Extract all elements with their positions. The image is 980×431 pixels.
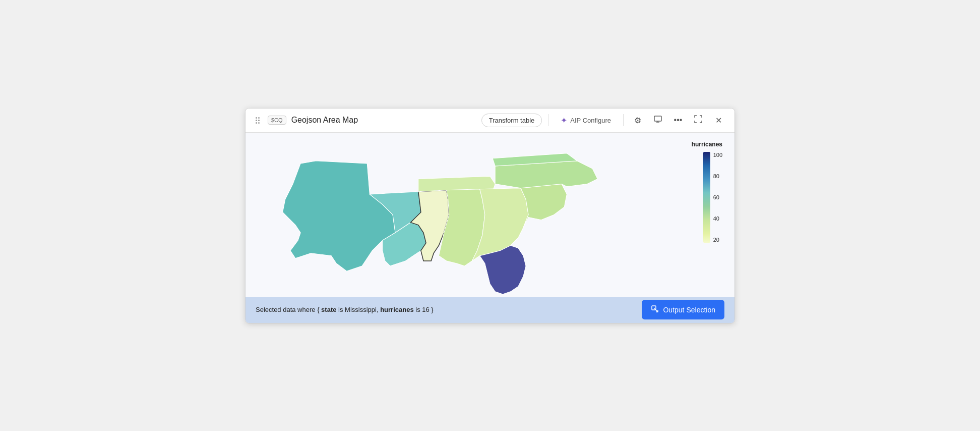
- output-selection-button[interactable]: Output Selection: [642, 300, 724, 319]
- close-icon: ✕: [715, 116, 722, 125]
- map-area[interactable]: hurricanes 100 80 60 40 20: [246, 133, 734, 297]
- legend-label-100: 100: [713, 152, 722, 158]
- expand-icon: [694, 115, 702, 125]
- legend: hurricanes 100 80 60 40 20: [692, 141, 722, 243]
- legend-label-80: 80: [713, 173, 722, 179]
- settings-icon: ⚙: [634, 116, 641, 125]
- aip-configure-button[interactable]: ✦ AIP Configure: [555, 113, 617, 128]
- output-selection-label: Output Selection: [663, 306, 715, 314]
- legend-label-20: 20: [713, 237, 722, 243]
- settings-button[interactable]: ⚙: [630, 112, 646, 128]
- divider: [548, 114, 548, 126]
- header-actions: Transform table ✦ AIP Configure ⚙: [481, 112, 726, 128]
- selection-info: Selected data where { state is Mississip…: [256, 306, 434, 313]
- window-title: Geojson Area Map: [291, 116, 481, 125]
- legend-labels: 100 80 60 40 20: [713, 152, 722, 243]
- expand-button[interactable]: [690, 112, 706, 128]
- choropleth-map[interactable]: [246, 133, 734, 297]
- legend-gradient: [703, 152, 710, 243]
- hurricanes-label: hurricanes: [380, 306, 413, 313]
- tag-badge: $CQ: [268, 116, 286, 125]
- legend-title: hurricanes: [692, 141, 722, 148]
- close-button[interactable]: ✕: [710, 112, 726, 128]
- monitor-icon: [654, 115, 662, 125]
- texas-region[interactable]: [283, 160, 395, 271]
- drag-handle[interactable]: [254, 115, 262, 126]
- south-carolina-region[interactable]: [521, 184, 567, 227]
- sparkle-icon: ✦: [561, 116, 567, 125]
- svg-rect-0: [654, 116, 661, 121]
- aip-configure-label: AIP Configure: [570, 117, 611, 124]
- legend-label-60: 60: [713, 194, 722, 200]
- more-options-button[interactable]: •••: [670, 112, 686, 128]
- divider-2: [623, 114, 624, 126]
- output-icon: [651, 305, 659, 314]
- display-button[interactable]: [650, 112, 666, 128]
- footer: Selected data where { state is Mississip…: [246, 297, 734, 323]
- state-label: state: [321, 306, 336, 313]
- ellipsis-icon: •••: [674, 116, 683, 125]
- transform-table-button[interactable]: Transform table: [481, 114, 542, 127]
- main-window: $CQ Geojson Area Map Transform table ✦ A…: [245, 108, 735, 324]
- header: $CQ Geojson Area Map Transform table ✦ A…: [246, 109, 734, 133]
- legend-label-40: 40: [713, 216, 722, 222]
- legend-bar: 100 80 60 40 20: [703, 152, 722, 243]
